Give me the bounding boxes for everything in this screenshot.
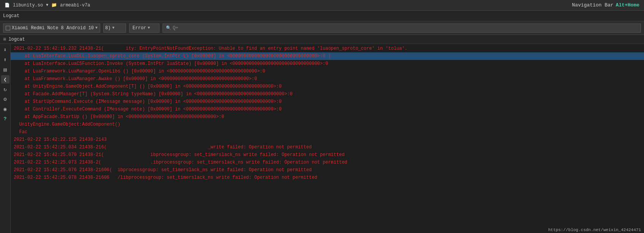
device-label: Xiaomi Redmi Note 8 Android 10 <box>12 25 94 31</box>
sidebar-btn-settings[interactable]: ⚙ <box>1 95 9 103</box>
log-line: 2021-02-22 15:42:25.073 21438-2( .ibproc… <box>11 159 644 166</box>
build-dropdown-arrow: ▼ <box>112 26 114 30</box>
breadcrumb: 📄 libunity.so ▼ 📁 armeabi-v7a <box>5 2 90 8</box>
log-line: 2021-02-22 15:42:25.076 21438-21606( ibp… <box>11 166 644 174</box>
sidebar-btn-help[interactable]: ? <box>1 115 9 123</box>
device-checkbox[interactable] <box>6 26 10 30</box>
log-line: at Controller.ExecuteCommand (IMessage n… <box>11 105 644 113</box>
log-line: at UnityEngine.GameObject.AddComponent[T… <box>11 83 644 90</box>
device-select[interactable]: Xiaomi Redmi Note 8 Android 10 ▼ <box>3 24 100 33</box>
toolbar: Xiaomi Redmi Note 8 Android 10 ▼ 8) ▼ Er… <box>0 21 644 35</box>
top-bar: 📄 libunity.so ▼ 📁 armeabi-v7a Navigation… <box>0 0 644 11</box>
log-line: at AppFacade.StartUp () [0x00000] in <00… <box>11 113 644 121</box>
log-line: at LuaFramework.LuaManager.Awake () [0x0… <box>11 75 644 83</box>
log-line[interactable]: at LuaInterface.LuaDLL.luaopen_sproto_co… <box>11 52 644 60</box>
device-dropdown-arrow: ▼ <box>95 26 98 30</box>
nav-bar-shortcut: Alt+Home <box>616 2 639 8</box>
sidebar-btn-camera[interactable]: ◉ <box>1 105 9 113</box>
log-line: UnityEngine.GameObject:AddComponent() <box>11 121 644 128</box>
sidebar-btn-print[interactable]: ▤ <box>1 65 9 74</box>
hamburger-icon: ≡ <box>3 36 6 43</box>
log-line: at Facade.AddManager[T] (System.String t… <box>11 90 644 98</box>
log-line: at LuaInterface.LuaCSFunction.Invoke (Sy… <box>11 60 644 68</box>
folder-icon: 📁 <box>51 2 57 8</box>
sidebar-btn-upload[interactable]: ⬆ <box>1 55 9 64</box>
url-text: https://blog.csdn.net/weixin_42424471 <box>548 228 641 232</box>
sidebar-btn-download[interactable]: ⬇ <box>1 46 9 54</box>
file-icon: 📄 <box>5 3 10 8</box>
log-line: 2021-02-22 15:42:25.070 21438-21( ibproc… <box>11 151 644 159</box>
logcat-title: Logcat <box>3 13 19 19</box>
sidebar-btn-refresh[interactable]: ↻ <box>1 85 9 93</box>
build-value: 8) <box>105 25 110 31</box>
folder-name: armeabi-v7a <box>60 3 90 8</box>
search-placeholder: Q+ <box>173 25 178 31</box>
level-value: Error <box>133 25 146 31</box>
search-box[interactable]: 🔍 Q+ <box>163 24 641 33</box>
build-select[interactable]: 8) ▼ <box>103 24 126 33</box>
log-line: 2021-02-22 15:42:25.078 21438-21606 /lib… <box>11 174 644 181</box>
log-line: Fac <box>11 128 644 136</box>
sidebar: ⬇ ⬆ ▤ ❮ ↻ ⚙ ◉ ? <box>0 44 11 233</box>
sidebar-toggle-btn[interactable]: ❮ <box>1 75 9 83</box>
log-line: at LuaFramework.LuaManager.OpenLibs () [… <box>11 68 644 75</box>
search-icon: 🔍 <box>166 25 171 30</box>
main-container: ⬇ ⬆ ▤ ❮ ↻ ⚙ ◉ ? 2021-02-22 15:42:19.232 … <box>0 44 644 233</box>
footer-url: https://blog.csdn.net/weixin_42424471 <box>545 227 644 233</box>
log-line: 2021-02-22 15:42:25.034 21438-216( _writ… <box>11 143 644 151</box>
log-content[interactable]: 2021-02-22 15:42:19.232 21438-21( ity: E… <box>11 44 644 233</box>
section-title: logcat <box>8 37 25 42</box>
nav-bar-area: Navigation Bar Alt+Home <box>572 2 639 8</box>
log-line: 2021-02-22 15:42:22.125 21438-2143 <box>11 136 644 143</box>
logcat-bar: Logcat <box>0 11 644 21</box>
file-name: libunity.so <box>13 3 43 8</box>
level-select[interactable]: Error ▼ <box>129 24 159 33</box>
log-line: 2021-02-22 15:42:19.232 21438-21( ity: E… <box>11 45 644 52</box>
section-header: ≡ logcat <box>0 35 644 44</box>
breadcrumb-arrow: ▼ <box>46 3 48 7</box>
log-line: at StartUpCommand.Execute (IMessage mess… <box>11 98 644 105</box>
nav-bar-label: Navigation Bar <box>572 2 613 8</box>
level-dropdown-arrow: ▼ <box>148 26 150 30</box>
